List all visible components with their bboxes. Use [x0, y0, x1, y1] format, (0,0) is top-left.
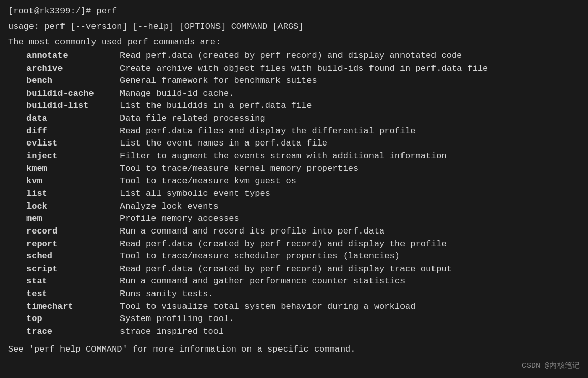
list-item: listList all symbolic event types [8, 188, 580, 200]
command-name: lock [8, 200, 120, 213]
command-desc: Read perf.data (created by perf record) … [120, 50, 462, 63]
section-header: The most commonly used perf commands are… [8, 36, 580, 49]
command-desc: List the buildids in a perf.data file [120, 100, 312, 112]
command-desc: List the event names in a perf.data file [120, 137, 327, 150]
list-item: archiveCreate archive with object files … [8, 63, 580, 75]
command-desc: Data file related processing [120, 112, 265, 125]
command-desc: Manage build-id cache. [120, 88, 234, 100]
command-desc: Read perf.data (created by perf record) … [120, 263, 452, 276]
list-item: timechartTool to visualize total system … [8, 301, 580, 313]
list-item: recordRun a command and record its profi… [8, 225, 580, 238]
command-name: annotate [8, 50, 120, 63]
prompt-line: [root@rk3399:/]# perf [8, 5, 580, 18]
command-desc: Read perf.data (created by perf record) … [120, 238, 447, 251]
command-name: buildid-cache [8, 88, 120, 100]
command-desc: Filter to augment the events stream with… [120, 150, 447, 163]
command-name: mem [8, 213, 120, 225]
command-desc: Tool to trace/measure kernel memory prop… [120, 163, 358, 176]
command-desc: Tool to visualize total system behavior … [120, 301, 416, 313]
command-desc: Analyze lock events [120, 200, 219, 213]
list-item: kvmTool to trace/measure kvm guest os [8, 175, 580, 188]
list-item: lockAnalyze lock events [8, 200, 580, 213]
usage-line: usage: perf [--version] [--help] [OPTION… [8, 21, 580, 34]
terminal: [root@rk3399:/]# perf usage: perf [--ver… [0, 0, 588, 378]
command-name: diff [8, 125, 120, 138]
list-item: annotateRead perf.data (created by perf … [8, 50, 580, 63]
command-desc: Create archive with object files with bu… [120, 63, 488, 75]
command-name: trace [8, 326, 120, 338]
command-desc: Tool to trace/measure kvm guest os [120, 175, 296, 188]
command-desc: Runs sanity tests. [120, 288, 213, 301]
command-table: annotateRead perf.data (created by perf … [8, 50, 580, 338]
command-desc: strace inspired tool [120, 326, 224, 338]
command-name: evlist [8, 137, 120, 150]
list-item: testRuns sanity tests. [8, 288, 580, 301]
list-item: memProfile memory accesses [8, 213, 580, 225]
command-name: list [8, 188, 120, 200]
list-item: kmemTool to trace/measure kernel memory … [8, 163, 580, 176]
command-name: data [8, 112, 120, 125]
footer-text: See 'perf help COMMAND' for more informa… [8, 344, 356, 354]
command-name: sched [8, 250, 120, 263]
command-name: top [8, 313, 120, 326]
list-item: evlistList the event names in a perf.dat… [8, 137, 580, 150]
command-name: test [8, 288, 120, 301]
list-item: injectFilter to augment the events strea… [8, 150, 580, 163]
command-desc: Run a command and record its profile int… [120, 225, 384, 238]
list-item: scriptRead perf.data (created by perf re… [8, 263, 580, 276]
command-name: stat [8, 275, 120, 288]
command-desc: List all symbolic event types [120, 188, 270, 200]
footer-line: See 'perf help COMMAND' for more informa… [8, 343, 580, 356]
command-name: inject [8, 150, 120, 163]
command-desc: Profile memory accesses [120, 213, 239, 225]
command-desc: System profiling tool. [120, 313, 234, 326]
command-name: buildid-list [8, 100, 120, 112]
list-item: dataData file related processing [8, 112, 580, 125]
command-name: bench [8, 75, 120, 88]
list-item: benchGeneral framework for benchmark sui… [8, 75, 580, 88]
usage-text: usage: perf [--version] [--help] [OPTION… [8, 22, 304, 32]
list-item: schedTool to trace/measure scheduler pro… [8, 250, 580, 263]
command-desc: General framework for benchmark suites [120, 75, 317, 88]
prompt-text: [root@rk3399:/]# perf [8, 6, 117, 16]
list-item: buildid-cacheManage build-id cache. [8, 88, 580, 100]
list-item: statRun a command and gather performance… [8, 275, 580, 288]
list-item: topSystem profiling tool. [8, 313, 580, 326]
list-item: buildid-listList the buildids in a perf.… [8, 100, 580, 112]
command-name: kmem [8, 163, 120, 176]
section-header-text: The most commonly used perf commands are… [8, 37, 221, 47]
command-name: archive [8, 63, 120, 75]
watermark: CSDN @内核笔记 [522, 361, 580, 372]
command-name: record [8, 225, 120, 238]
list-item: diffRead perf.data files and display the… [8, 125, 580, 138]
command-desc: Run a command and gather performance cou… [120, 275, 405, 288]
command-name: kvm [8, 175, 120, 188]
command-name: report [8, 238, 120, 251]
list-item: tracestrace inspired tool [8, 326, 580, 338]
command-name: script [8, 263, 120, 276]
command-desc: Tool to trace/measure scheduler properti… [120, 250, 400, 263]
list-item: reportRead perf.data (created by perf re… [8, 238, 580, 251]
command-name: timechart [8, 301, 120, 313]
command-desc: Read perf.data files and display the dif… [120, 125, 416, 138]
